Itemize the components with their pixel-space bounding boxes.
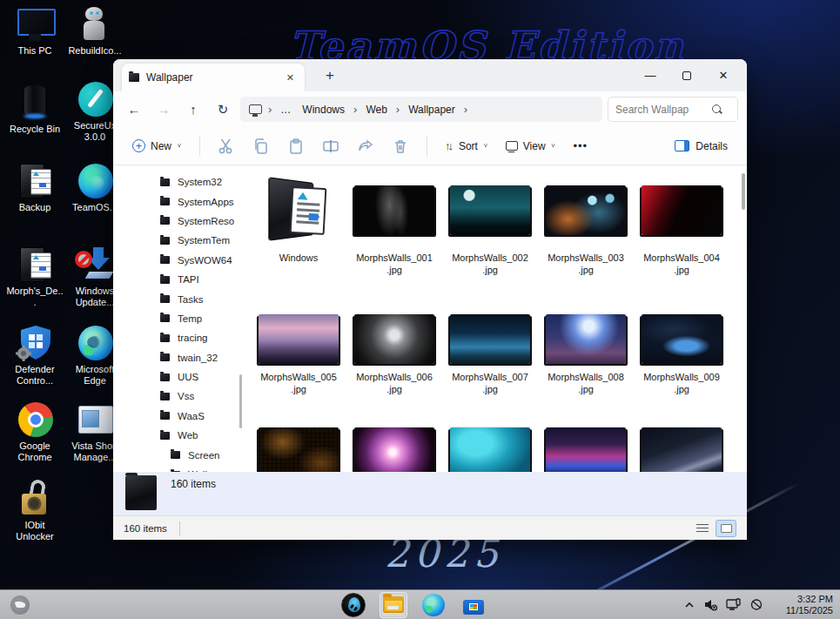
breadcrumb-overflow[interactable]: … [278,102,293,118]
sort-button[interactable]: ↑↓ Sort ∨ [438,134,495,158]
file-item[interactable]: MorphsWalls_007 .jpg [442,310,538,395]
start-button-alienware[interactable] [339,592,367,618]
file-item[interactable] [346,423,442,472]
navigation-tree: System32 SystemApps SystemReso SystemTem… [113,166,244,472]
file-item[interactable] [251,423,346,472]
sidebar-item-vss[interactable]: Vss [113,387,244,406]
search-input[interactable] [615,104,707,116]
command-toolbar: + New ∨ ↑↓ Sort ∨ View [113,127,747,165]
minimize-button[interactable]: — [632,63,669,89]
cut-button[interactable] [211,133,242,159]
sidebar-item-tracing[interactable]: tracing [113,328,244,347]
sidebar-item-wallpaper[interactable]: Wallpaper [113,465,244,472]
sidebar-item-twain32[interactable]: twain_32 [113,348,244,367]
desktop-icon-this-pc[interactable]: This PC [6,5,64,57]
sidebar-item-systemresources[interactable]: SystemReso [113,212,244,231]
new-tab-button[interactable]: + [320,67,339,84]
network-display-icon[interactable] [726,598,742,611]
desktop-icon-backup[interactable]: Backup [6,162,64,213]
file-grid-scrollbar[interactable] [742,173,745,210]
image-thumbnail [450,185,530,235]
sidebar-item-tasks[interactable]: Tasks [113,289,244,308]
file-item[interactable]: MorphsWalls_002 .jpg [442,172,538,276]
this-pc-icon[interactable] [249,104,262,114]
search-icon[interactable] [712,104,722,115]
file-item[interactable]: MorphsWalls_001 .jpg [346,172,442,276]
more-options-button[interactable]: ••• [566,134,595,158]
tray-overflow-chevron-icon[interactable] [683,599,696,611]
sidebar-item-syswow64[interactable]: SysWOW64 [113,251,244,270]
share-button[interactable] [350,133,381,159]
file-item[interactable]: MorphsWalls_005 .jpg [251,310,346,395]
copy-button[interactable] [245,133,277,159]
taskbar-edge[interactable] [420,592,447,618]
desktop-icon-label: RebuildIco... [66,45,124,57]
sidebar-item-screen[interactable]: Screen [113,445,244,464]
file-item[interactable]: MorphsWalls_006 .jpg [346,310,442,395]
clock-date: 11/15/2025 [786,605,833,616]
widgets-weather-icon[interactable] [10,595,30,615]
sidebar-item-tapi[interactable]: TAPI [113,270,244,289]
breadcrumb-segment-web[interactable]: Web [363,102,389,118]
up-button[interactable]: ↑ [181,98,205,122]
sidebar-item-uus[interactable]: UUS [113,367,244,387]
sidebar-item-web[interactable]: Web [113,426,244,445]
file-item-windows-folder[interactable]: Windows [251,172,346,276]
sidebar-scrollbar[interactable] [239,374,242,428]
rename-button[interactable] [315,133,346,159]
details-toggle-button[interactable]: Details [668,135,735,158]
desktop-icon-iobit-unlocker[interactable]: IObit Unlocker [6,480,64,542]
close-button[interactable]: ✕ [705,63,742,89]
refresh-button[interactable]: ↻ [211,98,235,122]
no-internet-icon[interactable] [749,598,763,611]
file-item[interactable]: MorphsWalls_003 .jpg [538,172,634,276]
folder-icon [160,393,170,400]
desktop-icon-google-chrome[interactable]: Google Chrome [6,400,64,463]
back-button[interactable]: ← [122,98,146,122]
breadcrumb-segment-wallpaper[interactable]: Wallpaper [406,102,458,118]
file-item[interactable]: MorphsWalls_009 .jpg [634,310,729,395]
tree-item-label: SystemApps [178,197,234,207]
thumbnail-view-button[interactable] [716,520,736,537]
desktop-icon-defender-control[interactable]: Defender Contro... [6,324,64,387]
folder-icon [160,276,170,284]
file-item[interactable] [442,423,538,472]
sidebar-item-waas[interactable]: WaaS [113,407,244,426]
volume-muted-icon[interactable] [703,598,718,611]
sidebar-item-temp[interactable]: Temp [113,309,244,328]
explorer-content: System32 SystemApps SystemReso SystemTem… [113,166,747,472]
sidebar-item-systemapps[interactable]: SystemApps [113,192,244,211]
sort-arrows-icon: ↑↓ [445,139,451,152]
list-view-button[interactable] [695,522,710,535]
file-item[interactable]: MorphsWalls_004 .jpg [634,172,729,276]
taskbar-file-explorer[interactable] [380,592,407,618]
sidebar-item-systemtemp[interactable]: SystemTem [113,231,244,250]
taskbar-clock[interactable]: 3:32 PM 11/15/2025 [786,594,833,616]
delete-button[interactable] [385,133,416,159]
breadcrumb[interactable]: › … Windows › Web › Wallpaper › [240,97,602,122]
image-thumbnail [546,427,626,473]
file-item[interactable]: MorphsWalls_008 .jpg [538,310,634,395]
new-button[interactable]: + New ∨ [125,134,189,158]
breadcrumb-separator: › [268,103,272,116]
desktop-icon-recycle-bin[interactable]: Recycle Bin [6,84,64,135]
taskbar-microsoft-store[interactable] [460,592,487,618]
file-name: MorphsWalls_007 .jpg [447,371,534,395]
forward-button[interactable]: → [151,98,176,122]
file-item[interactable] [634,423,729,472]
paste-button[interactable] [280,133,312,159]
maximize-button[interactable] [669,63,705,89]
tab-wallpaper[interactable]: Wallpaper ✕ [122,64,305,91]
tab-close-icon[interactable]: ✕ [283,71,298,84]
desktop-icon-morphs-de[interactable]: Morph's_De... [6,246,64,308]
file-item[interactable] [538,423,634,472]
breadcrumb-segment-windows[interactable]: Windows [299,102,347,118]
view-button[interactable]: View ∨ [499,135,563,158]
desktop-icon-rebuildico[interactable]: RebuildIco... [66,5,124,57]
view-button-label: View [523,140,546,152]
file-name: MorphsWalls_002 .jpg [447,252,534,276]
breadcrumb-separator: › [353,103,357,116]
search-box[interactable] [608,97,738,122]
tree-item-label: WaaS [178,411,205,421]
sidebar-item-system32[interactable]: System32 [113,172,244,192]
